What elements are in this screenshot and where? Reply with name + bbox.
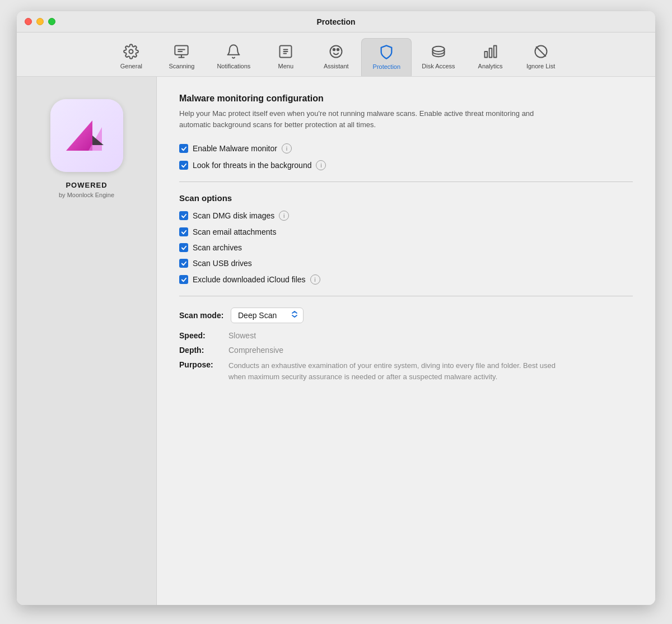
tab-assistant-label: Assistant [324,63,349,69]
divider-2 [179,296,633,296]
app-powered-label: POWERED [66,181,107,189]
app-icon [50,99,123,172]
info-look-threats-icon[interactable]: i [316,160,326,170]
app-window: Protection General S [17,11,655,605]
scan-options-title: Scan options [179,193,633,203]
svg-marker-19 [66,120,92,151]
tab-diskaccess[interactable]: Disk Access [412,38,465,76]
tab-scanning[interactable]: Scanning [156,38,207,76]
assistant-icon [327,43,345,60]
bell-icon [225,43,242,60]
menu-icon [277,43,295,60]
purpose-value: Conducts an exhaustive examination of yo… [228,360,564,382]
tab-protection-label: Protection [373,63,401,70]
checkbox-scan-dmg[interactable] [179,211,188,220]
checkbox-look-threats-label: Look for threats in the background [193,161,311,170]
tab-analytics[interactable]: Analytics [465,38,516,76]
purpose-row: Purpose: Conducts an exhaustive examinat… [179,360,633,382]
sidebar: POWERED by Moonlock Engine [17,77,157,605]
checkbox-scan-email[interactable] [179,227,188,236]
checkbox-row-scan-icloud: Exclude downloaded iCloud files i [179,274,633,285]
speed-row: Speed: Slowest [179,331,633,340]
svg-rect-14 [484,52,487,58]
tab-ignorelist-label: Ignore List [526,63,555,69]
tab-general[interactable]: General [106,38,156,76]
tab-assistant[interactable]: Assistant [311,38,361,76]
info-enable-monitor-icon[interactable]: i [282,143,292,153]
checkbox-scan-archives-label: Scan archives [193,243,242,252]
checkbox-enable-monitor-label: Enable Malware monitor [193,144,277,153]
tab-ignorelist[interactable]: Ignore List [516,38,566,76]
speed-value: Slowest [228,331,256,340]
checkbox-scan-usb[interactable] [179,259,188,268]
svg-point-13 [432,46,444,52]
section-desc: Help your Mac protect itself even when y… [179,108,560,130]
svg-rect-16 [493,46,496,58]
scan-mode-select-wrapper: Quick Scan Deep Scan Custom [231,308,304,323]
svg-point-10 [330,46,342,58]
gear-icon [122,43,140,60]
analytics-icon [482,43,500,60]
titlebar: Protection [17,11,655,32]
traffic-lights [25,18,55,25]
checkmark-icon [181,213,187,219]
section-title: Malware monitoring configuration [179,94,633,104]
checkmark-icon [181,260,187,267]
checkmark-icon [181,146,187,152]
ignore-icon [532,43,550,60]
checkbox-scan-icloud[interactable] [179,275,188,284]
info-scan-icloud-icon[interactable]: i [310,274,320,285]
svg-rect-1 [175,46,188,55]
speed-label: Speed: [179,331,224,340]
disk-icon [430,43,447,60]
minimize-button[interactable] [36,18,44,25]
tab-general-label: General [120,63,142,69]
tab-notifications-label: Notifications [217,63,250,69]
close-button[interactable] [25,18,32,25]
checkbox-scan-icloud-label: Exclude downloaded iCloud files [193,275,306,284]
checkbox-row-scan-dmg: Scan DMG disk images i [179,211,633,221]
svg-rect-15 [489,48,492,57]
content-area: POWERED by Moonlock Engine Malware monit… [17,77,655,605]
checkmark-icon [181,277,187,283]
tab-scanning-label: Scanning [169,63,194,69]
scan-mode-select[interactable]: Quick Scan Deep Scan Custom [231,308,304,323]
checkmark-icon [181,229,187,235]
tab-analytics-label: Analytics [478,63,503,69]
tab-menu-label: Menu [278,63,294,69]
checkbox-enable-monitor[interactable] [179,144,188,153]
checkbox-row-scan-usb: Scan USB drives [179,259,633,268]
checkbox-row-scan-archives: Scan archives [179,243,633,252]
shield-icon [377,43,395,61]
checkbox-row-scan-email: Scan email attachments [179,227,633,236]
checkbox-scan-dmg-label: Scan DMG disk images [193,211,274,220]
info-scan-dmg-icon[interactable]: i [279,211,289,221]
scanning-icon [172,43,190,60]
window-title: Protection [316,17,355,26]
svg-line-18 [536,47,545,56]
checkmark-icon [181,245,187,251]
tab-protection[interactable]: Protection [361,38,412,76]
depth-row: Depth: Comprehensive [179,346,633,355]
svg-point-11 [333,49,335,51]
tab-notifications[interactable]: Notifications [207,38,260,76]
checkbox-row-look-threats: Look for threats in the background i [179,160,633,170]
toolbar: General Scanning Notifica [17,32,655,77]
main-panel: Malware monitoring configuration Help yo… [157,77,655,605]
scan-mode-row: Scan mode: Quick Scan Deep Scan Custom [179,308,633,323]
checkbox-scan-archives[interactable] [179,243,188,252]
depth-label: Depth: [179,346,224,355]
checkbox-row-enable-monitor: Enable Malware monitor i [179,143,633,153]
tab-menu[interactable]: Menu [260,38,311,76]
tab-diskaccess-label: Disk Access [422,63,455,69]
depth-value: Comprehensive [228,346,283,355]
checkbox-scan-email-label: Scan email attachments [193,227,276,236]
divider-1 [179,181,633,182]
app-engine-label: by Moonlock Engine [59,192,114,198]
svg-point-12 [337,49,339,51]
maximize-button[interactable] [48,18,55,25]
app-logo-svg [62,110,112,161]
svg-point-0 [129,50,133,54]
checkbox-look-threats[interactable] [179,161,188,170]
checkbox-scan-usb-label: Scan USB drives [193,259,252,268]
